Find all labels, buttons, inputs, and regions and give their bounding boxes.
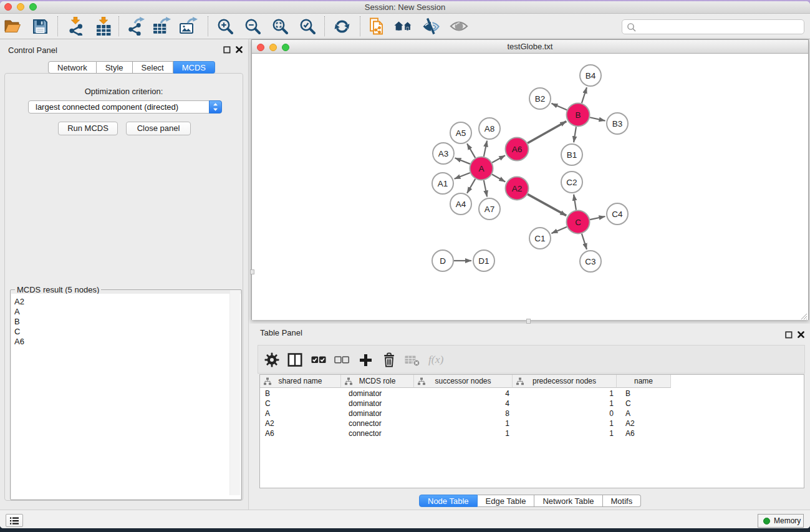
mcds-result-scrollbar[interactable] [229,290,240,495]
edge-A-A6[interactable] [492,155,505,162]
toolbar-zoom-selected-button[interactable] [298,17,317,36]
table-tab-node-table[interactable]: Node Table [419,495,478,507]
table-tab-edge-table[interactable]: Edge Table [478,495,535,507]
close-panel-button[interactable]: Close panel [126,122,191,135]
node-C3[interactable]: C3 [580,251,601,272]
node-B3[interactable]: B3 [607,113,628,134]
node-C2[interactable]: C2 [561,172,582,193]
edge-C-C2[interactable] [574,195,576,210]
column-header-predecessor-nodes[interactable]: predecessor nodes [513,375,617,388]
memory-button[interactable]: Memory [758,514,804,528]
node-D1[interactable]: D1 [473,250,494,271]
toolbar-export-image-button[interactable] [180,17,198,36]
table-toolbar-plus-button[interactable] [356,351,375,369]
node-A2[interactable]: A2 [506,177,529,200]
mcds-result-item[interactable]: A2 [11,297,241,307]
toolbar-import-network-button[interactable] [66,17,85,36]
column-header-shared-name[interactable]: shared name [260,375,341,388]
toolbar-save-button[interactable] [31,17,49,36]
table-toolbar-unchecked-pair-button[interactable] [332,351,351,369]
table-row[interactable]: Bdominator41B [260,389,804,399]
table-toolbar-fx-button[interactable]: f(x) [428,351,446,369]
table-close-icon[interactable] [797,330,805,338]
node-D[interactable]: D [432,250,453,271]
node-A5[interactable]: A5 [450,122,471,143]
float-panel-icon[interactable] [223,45,231,53]
table-float-icon[interactable] [785,330,793,338]
node-A4[interactable]: A4 [450,193,471,215]
table-row[interactable]: A6connector11A6 [260,428,804,438]
table-row[interactable]: Cdominator41C [260,399,804,409]
control-tab-style[interactable]: Style [97,61,133,74]
node-A3[interactable]: A3 [433,143,454,164]
toolbar-open-folder-button[interactable] [3,17,22,36]
node-B2[interactable]: B2 [529,88,551,109]
mcds-result-list[interactable]: A2ABCA6 [11,294,241,499]
table-toolbar-checked-pair-button[interactable] [309,351,328,369]
column-header-MCDS-role[interactable]: MCDS role [341,375,414,388]
toolbar-export-network-button[interactable] [127,17,145,36]
table-toolbar-gear-button[interactable] [263,351,281,369]
table-tab-network-table[interactable]: Network Table [534,495,602,507]
frame-left-grip[interactable] [250,269,254,274]
close-panel-icon[interactable] [235,45,243,53]
node-A7[interactable]: A7 [479,198,500,220]
mcds-result-item[interactable]: B [11,317,241,327]
network-window-titlebar[interactable]: testGlobe.txt [252,40,808,54]
toolbar-hide-eye-button[interactable] [422,17,440,36]
network-graph[interactable]: B4B2BB3A5A8A6B1A3AA1C2A2A4A7C4CC1C3DD1 [252,54,808,320]
node-B4[interactable]: B4 [580,65,601,86]
table-toolbar-table-delete-button[interactable] [403,351,422,369]
toolbar-zoom-fit-button[interactable] [271,17,289,36]
node-B[interactable]: B [567,104,590,127]
node-A6[interactable]: A6 [506,138,529,161]
node-A[interactable]: A [470,157,493,180]
node-C4[interactable]: C4 [607,203,628,225]
edge-B-B3[interactable] [590,117,605,120]
network-canvas[interactable]: B4B2BB3A5A8A6B1A3AA1C2A2A4A7C4CC1C3DD1 [252,54,808,320]
edge-B-B1[interactable] [574,127,576,142]
node-A1[interactable]: A1 [432,173,453,194]
toolbar-zoom-out-button[interactable] [243,17,262,36]
table-row[interactable]: A2connector11A2 [260,418,804,428]
mcds-result-item[interactable]: C [11,327,241,337]
node-C[interactable]: C [567,211,590,234]
toolbar-refresh-button[interactable] [332,17,351,36]
table-row[interactable]: Adominator80A [260,409,804,418]
edge-A-A1[interactable] [455,173,470,179]
edge-B-B2[interactable] [551,104,567,110]
column-header-name[interactable]: name [617,375,671,388]
column-header-successor-nodes[interactable]: successor nodes [414,375,513,388]
optimization-dropdown[interactable]: largest connected component (directed) [28,100,222,114]
edge-A-A2[interactable] [492,175,505,182]
edge-A-A3[interactable] [455,158,470,164]
toolbar-clone-network-button[interactable] [367,17,386,36]
task-history-button[interactable] [6,514,23,527]
edge-A-A8[interactable] [484,141,487,157]
run-mcds-button[interactable]: Run MCDS [58,122,118,135]
edge-A2-C[interactable] [528,194,566,215]
edge-A6-B[interactable] [528,122,566,143]
edge-C-C3[interactable] [582,234,587,249]
mcds-result-item[interactable]: A6 [11,337,241,347]
table-toolbar-trash-button[interactable] [380,351,398,369]
toolbar-houses-button[interactable] [394,17,413,36]
mcds-result-item[interactable]: A [11,307,241,317]
search-input[interactable] [622,19,804,34]
toolbar-import-table-button[interactable] [94,17,113,36]
edge-A-A7[interactable] [484,180,487,196]
node-A8[interactable]: A8 [479,118,500,139]
frame-bottom-grip[interactable] [526,319,531,324]
network-resize-grip[interactable] [800,311,808,319]
node-C1[interactable]: C1 [529,228,551,249]
edge-A-A4[interactable] [467,179,475,193]
edge-B-B4[interactable] [582,87,587,103]
control-tab-select[interactable]: Select [133,61,173,74]
edge-C-C1[interactable] [551,227,567,234]
toolbar-zoom-in-button[interactable] [216,17,234,36]
toolbar-export-table-button[interactable] [153,17,171,36]
toolbar-show-eye-button[interactable] [450,17,468,36]
control-tab-network[interactable]: Network [48,61,97,74]
table-toolbar-columns-button[interactable] [286,351,304,369]
table-tab-motifs[interactable]: Motifs [603,495,642,507]
